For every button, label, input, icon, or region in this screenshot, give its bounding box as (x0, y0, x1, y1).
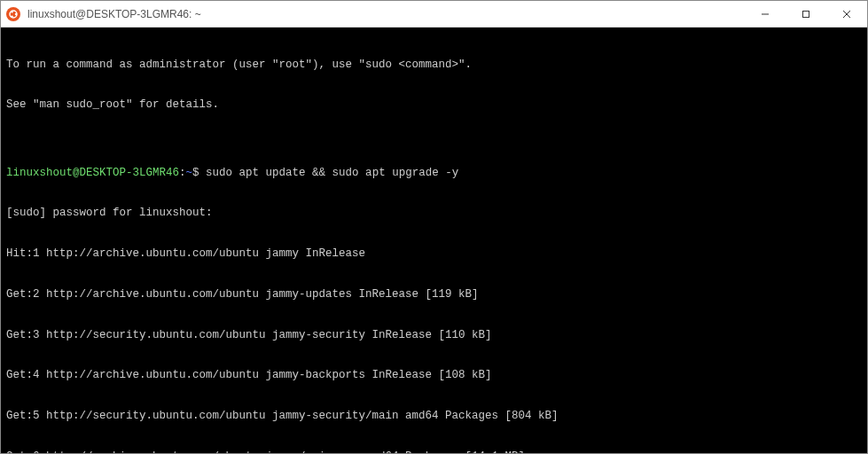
terminal-line: To run a command as administrator (user … (6, 59, 862, 72)
svg-point-1 (15, 12, 17, 14)
terminal-line: See "man sudo_root" for details. (6, 98, 862, 112)
terminal-line: Get:4 http://archive.ubuntu.com/ubuntu j… (6, 369, 862, 382)
terminal-window: linuxshout@DESKTOP-3LGMR46: ~ To run a c… (0, 0, 868, 454)
prompt-userhost: linuxshout@DESKTOP-3LGMR46 (6, 167, 179, 179)
window-title: linuxshout@DESKTOP-3LGMR46: ~ (27, 8, 745, 20)
terminal-line: Get:3 http://security.ubuntu.com/ubuntu … (6, 329, 862, 342)
svg-point-2 (11, 11, 12, 12)
prompt-line: linuxshout@DESKTOP-3LGMR46:~$ sudo apt u… (6, 167, 862, 180)
terminal-line: Get:5 http://security.ubuntu.com/ubuntu … (6, 410, 862, 423)
terminal-body[interactable]: To run a command as administrator (user … (1, 27, 867, 453)
minimize-button[interactable] (745, 1, 786, 27)
terminal-line: [sudo] password for linuxshout: (6, 207, 862, 220)
svg-point-3 (11, 15, 12, 17)
close-button[interactable] (826, 1, 867, 27)
prompt-cwd: ~ (186, 167, 193, 179)
ubuntu-icon (6, 7, 20, 21)
terminal-line: Get:6 http://archive.ubuntu.com/ubuntu j… (6, 450, 862, 453)
terminal-line: Get:2 http://archive.ubuntu.com/ubuntu j… (6, 288, 862, 301)
prompt-dollar: $ (192, 167, 199, 179)
prompt-sep: : (179, 167, 186, 179)
svg-rect-5 (803, 11, 809, 17)
terminal-line: Hit:1 http://archive.ubuntu.com/ubuntu j… (6, 247, 862, 261)
maximize-button[interactable] (786, 1, 826, 27)
window-controls (745, 1, 867, 27)
prompt-command: sudo apt update && sudo apt upgrade -y (199, 167, 459, 179)
titlebar[interactable]: linuxshout@DESKTOP-3LGMR46: ~ (1, 1, 867, 27)
